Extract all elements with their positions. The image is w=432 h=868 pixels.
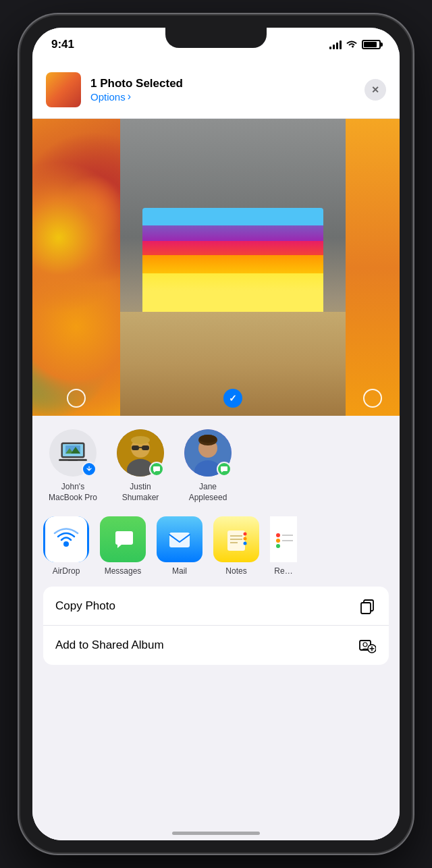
svg-point-31 bbox=[276, 539, 280, 543]
status-icons bbox=[329, 39, 381, 51]
checkmark-icon: ✓ bbox=[229, 393, 237, 404]
notes-app-icon bbox=[223, 526, 250, 553]
airdrop-badge-icon bbox=[82, 462, 97, 477]
photo-strip: ✓ bbox=[32, 119, 400, 416]
contacts-row: John's MacBook Pro bbox=[32, 416, 400, 510]
photo-item-flowers[interactable] bbox=[32, 119, 120, 416]
app-notes[interactable]: Notes bbox=[213, 516, 259, 576]
share-title: 1 Photo Selected bbox=[90, 77, 355, 90]
photo-item-yellow[interactable] bbox=[346, 119, 400, 416]
share-header: 1 Photo Selected Options › ✕ bbox=[32, 61, 400, 119]
signal-icon bbox=[329, 40, 342, 49]
svg-rect-29 bbox=[270, 526, 297, 553]
svg-point-14 bbox=[131, 436, 150, 444]
svg-point-32 bbox=[276, 544, 280, 548]
copy-photo-label: Copy Photo bbox=[55, 599, 115, 613]
phone-frame: 9:41 bbox=[20, 16, 412, 852]
svg-point-26 bbox=[244, 533, 247, 536]
airdrop-app-icon bbox=[52, 525, 80, 553]
wifi-icon bbox=[346, 39, 358, 51]
svg-rect-22 bbox=[227, 531, 245, 551]
options-link[interactable]: Options › bbox=[90, 90, 355, 103]
contact-justin-name: Justin Shumaker bbox=[113, 482, 167, 503]
app-notes-label: Notes bbox=[225, 566, 246, 576]
action-add-shared-album[interactable]: Add to Shared Album bbox=[43, 626, 389, 665]
contact-jane-name: Jane Appleseed bbox=[181, 482, 235, 503]
close-button[interactable]: ✕ bbox=[364, 79, 386, 101]
svg-rect-36 bbox=[361, 603, 371, 614]
battery-icon bbox=[362, 40, 381, 49]
shared-album-icon bbox=[358, 636, 377, 655]
share-sheet: 1 Photo Selected Options › ✕ bbox=[32, 61, 400, 840]
copy-icon bbox=[358, 597, 377, 616]
contact-justin[interactable]: Justin Shumaker bbox=[113, 429, 167, 503]
home-indicator[interactable] bbox=[172, 832, 260, 835]
svg-point-28 bbox=[244, 542, 247, 545]
messages-badge-justin bbox=[149, 462, 164, 477]
share-header-info: 1 Photo Selected Options › bbox=[90, 77, 355, 103]
status-time: 9:41 bbox=[51, 38, 74, 51]
svg-rect-12 bbox=[142, 445, 149, 450]
actions-list: Copy Photo Add to Shared Album bbox=[32, 587, 400, 840]
add-shared-album-label: Add to Shared Album bbox=[55, 639, 164, 652]
close-icon: ✕ bbox=[371, 84, 379, 95]
selection-circle-left[interactable] bbox=[67, 389, 86, 408]
notch bbox=[165, 28, 267, 48]
airdrop-icon-wrapper bbox=[43, 516, 89, 562]
share-panel: John's MacBook Pro bbox=[32, 416, 400, 840]
mail-app-icon bbox=[166, 526, 193, 553]
contact-macbook[interactable]: John's MacBook Pro bbox=[46, 429, 100, 503]
app-airdrop[interactable]: AirDrop bbox=[43, 516, 89, 576]
macbook-avatar bbox=[49, 429, 97, 477]
app-mail-label: Mail bbox=[172, 566, 187, 576]
app-reminders[interactable]: Re… bbox=[270, 516, 297, 576]
svg-point-27 bbox=[244, 537, 247, 541]
photo-item-graffiti[interactable]: ✓ bbox=[120, 119, 346, 416]
svg-rect-11 bbox=[132, 445, 139, 450]
svg-point-30 bbox=[276, 533, 280, 537]
macbook-image-icon bbox=[59, 441, 87, 464]
app-messages[interactable]: Messages bbox=[100, 516, 146, 576]
svg-point-20 bbox=[63, 541, 69, 547]
svg-point-19 bbox=[199, 435, 217, 443]
app-messages-label: Messages bbox=[105, 566, 142, 576]
photo-thumbnail bbox=[46, 72, 81, 107]
contact-jane[interactable]: Jane Appleseed bbox=[181, 429, 235, 503]
selection-circle-center[interactable]: ✓ bbox=[223, 389, 242, 408]
messages-app-icon bbox=[109, 526, 136, 553]
app-airdrop-label: AirDrop bbox=[53, 566, 80, 576]
selection-circle-right[interactable] bbox=[363, 389, 382, 408]
app-reminders-label: Re… bbox=[274, 566, 292, 576]
svg-rect-21 bbox=[169, 533, 190, 547]
contact-macbook-name: John's MacBook Pro bbox=[46, 482, 100, 503]
svg-rect-4 bbox=[68, 460, 78, 461]
phone-screen: 9:41 bbox=[32, 28, 400, 840]
apps-row: AirDrop Messages bbox=[32, 510, 400, 587]
action-copy-photo[interactable]: Copy Photo bbox=[43, 587, 389, 626]
svg-point-41 bbox=[363, 643, 367, 647]
reminders-app-icon bbox=[270, 526, 297, 553]
messages-badge-jane bbox=[217, 462, 232, 477]
app-mail[interactable]: Mail bbox=[157, 516, 202, 576]
